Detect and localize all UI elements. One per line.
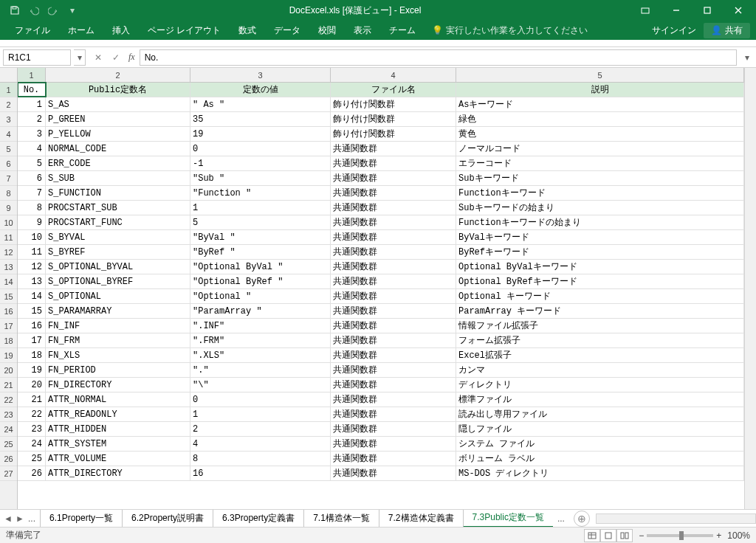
cell[interactable]: ByRefキーワード — [456, 245, 744, 259]
name-box-dropdown-icon[interactable]: ▾ — [74, 49, 86, 66]
minimize-button[interactable] — [662, 1, 691, 20]
cell[interactable]: S_FUNCTION — [46, 186, 190, 200]
cell[interactable]: Asキーワード — [456, 97, 744, 111]
cell[interactable]: 6 — [18, 171, 46, 185]
cell[interactable]: FN_INF — [46, 319, 190, 333]
cell[interactable]: PROCSTART_SUB — [46, 201, 190, 215]
cell[interactable]: P_YELLOW — [46, 127, 190, 141]
cell[interactable]: -1 — [190, 156, 331, 170]
column-header[interactable]: 2 — [46, 68, 190, 82]
vertical-scrollbar[interactable] — [744, 68, 756, 509]
row-number[interactable]: 15 — [0, 289, 17, 304]
cell[interactable]: 隠しファイル — [456, 422, 744, 436]
row-number[interactable]: 25 — [0, 437, 17, 452]
cell[interactable]: 5 — [190, 215, 331, 229]
cell[interactable]: 飾り付け関数群 — [331, 127, 456, 141]
column-header[interactable]: 5 — [456, 68, 744, 82]
cell[interactable]: カンマ — [456, 363, 744, 377]
cell[interactable]: S_SUB — [46, 171, 190, 185]
cell[interactable]: 共通関数群 — [331, 289, 456, 303]
cell[interactable]: 11 — [18, 245, 46, 259]
cell[interactable]: 共通関数群 — [331, 304, 456, 318]
name-box[interactable]: R1C1 — [3, 49, 71, 66]
cell[interactable]: 共通関数群 — [331, 422, 456, 436]
cell[interactable]: "." — [190, 363, 331, 377]
sheet-tab[interactable]: 7.3Public定数一覧 — [463, 510, 553, 528]
cell[interactable]: 24 — [18, 437, 46, 451]
header-cell[interactable]: Public定数名 — [46, 83, 190, 97]
undo-icon[interactable] — [27, 3, 41, 18]
sheet-tab[interactable]: 7.1構造体一覧 — [303, 510, 379, 528]
row-number[interactable]: 23 — [0, 407, 17, 422]
cell[interactable]: "Sub " — [190, 171, 331, 185]
row-number[interactable]: 27 — [0, 466, 17, 481]
cell[interactable]: 共通関数群 — [331, 142, 456, 156]
cell[interactable]: ATTR_VOLUME — [46, 452, 190, 466]
cell[interactable]: ATTR_DIRECTORY — [46, 466, 190, 480]
ribbon-tab-0[interactable]: ファイル — [6, 21, 59, 40]
zoom-track[interactable] — [647, 534, 713, 537]
redo-icon[interactable] — [46, 3, 61, 18]
cell[interactable]: S_BYVAL — [46, 230, 190, 244]
cell[interactable]: MS-DOS ディレクトリ — [456, 466, 744, 480]
cell[interactable]: "Optional ByRef " — [190, 274, 331, 288]
cell[interactable]: 緑色 — [456, 112, 744, 126]
cell[interactable]: PROCSTART_FUNC — [46, 215, 190, 229]
cell[interactable]: Functionキーワードの始まり — [456, 215, 744, 229]
sheet-tab[interactable]: 6.3Property定義書 — [213, 510, 304, 528]
formula-expand-icon[interactable]: ▾ — [741, 52, 753, 63]
header-cell[interactable]: No. — [18, 83, 46, 97]
sheet-tab[interactable]: 6.2Property説明書 — [122, 510, 213, 528]
zoom-in-icon[interactable]: + — [716, 530, 721, 541]
cell[interactable]: 21 — [18, 392, 46, 407]
cell[interactable]: 2 — [18, 112, 46, 126]
header-cell[interactable]: 説明 — [456, 83, 744, 97]
cell[interactable]: S_OPTIONAL_BYREF — [46, 274, 190, 288]
cell[interactable]: 0 — [190, 142, 331, 156]
row-number[interactable]: 26 — [0, 452, 17, 466]
sheet-tab[interactable]: 6.1Property一覧 — [40, 510, 123, 528]
cell[interactable]: ParamArray キーワード — [456, 304, 744, 318]
cell[interactable]: 1 — [190, 407, 331, 421]
row-number[interactable]: 9 — [0, 201, 17, 215]
cell[interactable]: 共通関数群 — [331, 274, 456, 288]
row-number[interactable]: 4 — [0, 127, 17, 142]
cell[interactable]: 共通関数群 — [331, 466, 456, 480]
tab-prev-icon[interactable]: ◄ — [3, 513, 13, 524]
cell[interactable]: 共通関数群 — [331, 452, 456, 466]
cancel-icon[interactable]: ✕ — [90, 49, 106, 66]
cell[interactable]: 17 — [18, 333, 46, 347]
tab-more-prev[interactable]: ... — [27, 513, 37, 524]
cell[interactable]: "\" — [190, 378, 331, 392]
cell[interactable]: 15 — [18, 304, 46, 318]
page-break-view-icon[interactable] — [616, 529, 633, 542]
cell[interactable]: 共通関数群 — [331, 319, 456, 333]
row-number[interactable]: 13 — [0, 260, 17, 274]
ribbon-tab-8[interactable]: チーム — [380, 21, 425, 40]
row-number[interactable]: 21 — [0, 378, 17, 392]
cell[interactable]: 4 — [190, 437, 331, 451]
cell[interactable]: 共通関数群 — [331, 230, 456, 244]
select-all-corner[interactable] — [0, 68, 17, 83]
cell[interactable]: 35 — [190, 112, 331, 126]
cell[interactable]: S_AS — [46, 97, 190, 111]
cell[interactable]: 共通関数群 — [331, 201, 456, 215]
cell[interactable]: FN_PERIOD — [46, 363, 190, 377]
fx-icon[interactable]: fx — [128, 52, 135, 63]
cell[interactable]: ノーマルコード — [456, 142, 744, 156]
cell[interactable]: ATTR_NORMAL — [46, 392, 190, 407]
row-number[interactable]: 8 — [0, 186, 17, 201]
row-number[interactable]: 17 — [0, 319, 17, 333]
cell[interactable]: 3 — [18, 127, 46, 141]
cell[interactable]: 黄色 — [456, 127, 744, 141]
column-header[interactable]: 1 — [18, 68, 46, 82]
cell[interactable]: 情報ファイル拡張子 — [456, 319, 744, 333]
header-cell[interactable]: 定数の値 — [190, 83, 331, 97]
cell[interactable]: S_PARAMARRAY — [46, 304, 190, 318]
cell[interactable]: 共通関数群 — [331, 407, 456, 421]
ribbon-tab-5[interactable]: データ — [265, 21, 309, 40]
cell[interactable]: 16 — [18, 319, 46, 333]
row-number[interactable]: 18 — [0, 333, 17, 348]
cell[interactable]: Subキーワード — [456, 171, 744, 185]
cell[interactable]: エラーコード — [456, 156, 744, 170]
